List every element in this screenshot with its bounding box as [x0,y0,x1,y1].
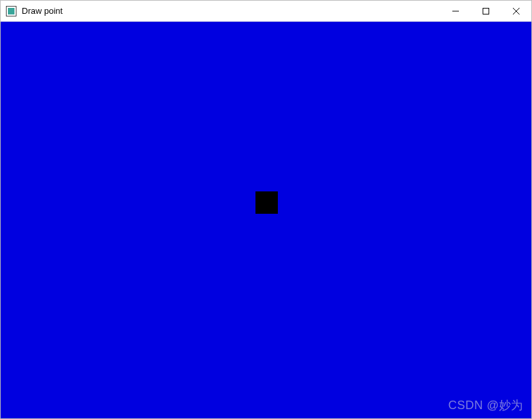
window-title: Draw point [22,6,63,16]
close-icon [513,8,519,14]
watermark-text: CSDN @妙为 [448,397,523,413]
titlebar: Draw point [1,1,531,22]
minimize-icon [452,8,459,14]
drawn-point [255,191,278,214]
svg-rect-1 [483,8,489,14]
maximize-button[interactable] [471,1,501,21]
window-controls [440,1,531,21]
maximize-icon [483,8,489,14]
close-button[interactable] [501,1,531,21]
app-icon [6,6,16,16]
canvas-area[interactable]: CSDN @妙为 [1,22,531,418]
minimize-button[interactable] [440,1,471,21]
